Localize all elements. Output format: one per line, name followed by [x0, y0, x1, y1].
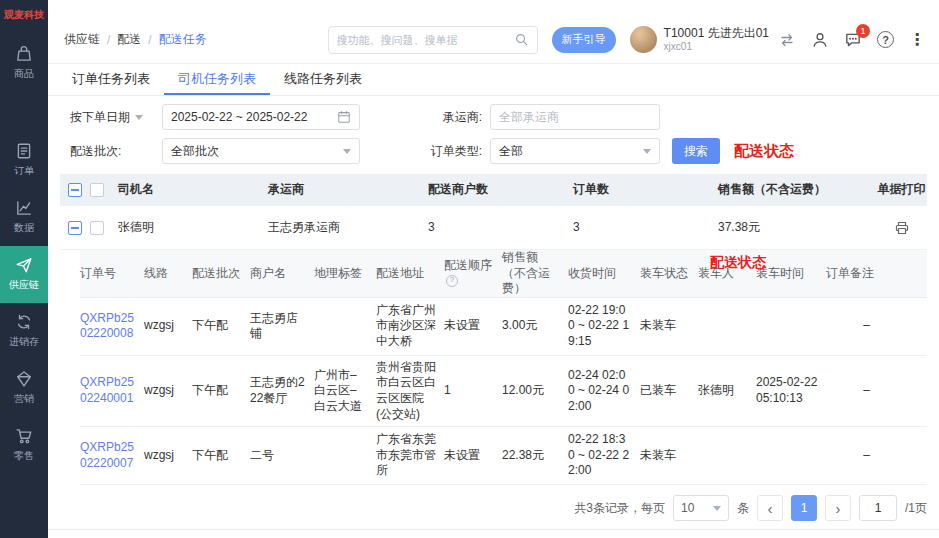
supply-chain-icon [15, 256, 33, 274]
tab-route-task-list[interactable]: 线路任务列表 [270, 64, 376, 95]
merchant-cell: 王志勇的222餐厅 [250, 375, 314, 406]
column-sales: 销售额（不含运费） [502, 250, 568, 297]
goods-bag-icon [15, 45, 33, 63]
detail-table: 配送状态 订单号 线路 配送批次 商户名 地理标签 配送地址 配送顺序 销售额（… [80, 250, 927, 485]
receive-time-cell: 02-22 18:30 ~ 02-22 22:00 [568, 432, 640, 479]
beginner-guide-button[interactable]: 新手引导 [552, 27, 616, 53]
info-icon[interactable] [446, 275, 458, 287]
date-range-input[interactable]: 2025-02-22 ~ 2025-02-22 [162, 104, 360, 130]
retail-cart-icon [15, 427, 33, 445]
global-search-input[interactable] [337, 34, 514, 46]
sidebar-item-goods[interactable]: 商品 [0, 35, 48, 92]
next-page-button[interactable] [825, 495, 851, 521]
search-icon[interactable] [514, 32, 529, 47]
search-button[interactable]: 搜索 [672, 138, 720, 164]
detail-row: QXRPb2502240001 wzgsj 下午配 王志勇的222餐厅 广州市–… [80, 356, 927, 427]
help-icon[interactable] [877, 31, 894, 48]
user-menu[interactable]: T10001 先进先出01 xjxc01 [630, 26, 769, 54]
select-all-checkbox[interactable] [90, 183, 104, 197]
breadcrumb-separator: / [107, 33, 110, 47]
seq-cell: 未设置 [444, 448, 502, 464]
batch-cell: 下午配 [192, 383, 250, 399]
order-type-select[interactable]: 全部 [490, 138, 660, 164]
filter-row-2: 配送批次: 全部批次 订单类型: 全部 搜索 配送状态 [70, 138, 925, 164]
content-bottom-divider [48, 529, 939, 530]
column-sales: 销售额（不含运费） [718, 182, 876, 198]
detail-table-header: 订单号 线路 配送批次 商户名 地理标签 配送地址 配送顺序 销售额（不含运费）… [80, 250, 927, 298]
remark-cell: – [826, 318, 927, 334]
collapse-all-toggle[interactable] [68, 183, 82, 197]
user-switch-icon[interactable] [811, 31, 829, 49]
sidebar-item-retail[interactable]: 零售 [0, 417, 48, 474]
sidebar-item-data[interactable]: 数据 [0, 189, 48, 246]
column-merchant: 商户名 [250, 266, 314, 282]
printer-icon[interactable] [894, 220, 910, 236]
sidebar-item-inventory[interactable]: 进销存 [0, 303, 48, 360]
line-cell: wzgsj [144, 318, 192, 334]
sidebar-item-label: 零售 [14, 449, 34, 463]
record-total-text: 共3条记录，每页 [574, 500, 665, 517]
tab-driver-task-list[interactable]: 司机任务列表 [164, 64, 270, 95]
page-1-button[interactable]: 1 [791, 495, 817, 521]
order-no-link[interactable]: QXRPb2502240001 [80, 375, 144, 406]
carrier-cell: 王志勇承运商 [268, 220, 428, 236]
tab-order-task-list[interactable]: 订单任务列表 [58, 64, 164, 95]
load-status-cell: 未装车 [640, 318, 698, 334]
print-cell [876, 220, 927, 236]
sidebar-item-orders[interactable]: 订单 [0, 132, 48, 189]
address-cell: 广东省广州市南沙区深中大桥 [376, 303, 444, 350]
sidebar: 观麦科技 商品 订单 数据 供应链 进销存 [0, 0, 48, 538]
breadcrumb: 供应链 / 配送 / 配送任务 [64, 31, 207, 48]
prev-page-button[interactable] [757, 495, 783, 521]
unit-text: 条 [737, 500, 749, 517]
sidebar-item-label: 供应链 [9, 278, 39, 292]
page-jump-input[interactable] [859, 495, 897, 521]
line-cell: wzgsj [144, 448, 192, 464]
seq-cell: 1 [444, 383, 502, 399]
order-no-link[interactable]: QXRPb2502220008 [80, 311, 144, 342]
task-tabs: 订单任务列表 司机任务列表 线路任务列表 [48, 64, 939, 96]
breadcrumb-supply-chain[interactable]: 供应链 [64, 31, 100, 48]
filter-row-1: 按下单日期 2025-02-22 ~ 2025-02-22 承运商: [70, 104, 925, 130]
column-order-count: 订单数 [573, 182, 718, 198]
date-type-label: 按下单日期 [70, 109, 130, 126]
loader-cell: 张德明 [698, 383, 756, 399]
message-icon[interactable]: 1 [844, 31, 862, 49]
breadcrumb-delivery[interactable]: 配送 [117, 31, 141, 48]
annotation-delivery-status: 配送状态 [734, 142, 794, 161]
more-icon[interactable] [909, 31, 925, 48]
page-size-select[interactable]: 10 [673, 495, 729, 521]
date-range-value: 2025-02-22 ~ 2025-02-22 [171, 110, 307, 124]
batch-cell: 下午配 [192, 448, 250, 464]
merchant-cell: 王志勇店铺 [250, 311, 314, 342]
data-chart-icon [15, 199, 33, 217]
user-account: xjxc01 [664, 41, 769, 54]
order-no-link[interactable]: QXRPb2502220007 [80, 440, 144, 471]
carrier-input[interactable] [490, 104, 660, 130]
avatar[interactable] [630, 26, 657, 53]
swap-account-icon[interactable] [779, 32, 795, 48]
column-print: 单据打印 [876, 182, 927, 198]
user-info: T10001 先进先出01 xjxc01 [664, 26, 769, 54]
sidebar-item-label: 营销 [14, 392, 34, 406]
remark-cell: – [826, 383, 927, 399]
page-total-text: /1页 [905, 500, 927, 517]
collapse-row-toggle[interactable] [68, 221, 82, 235]
driver-header-select-cell [60, 183, 118, 197]
inventory-cycle-icon [15, 313, 33, 331]
driver-row: 张德明 王志勇承运商 3 3 37.38元 [60, 206, 927, 250]
carrier-label: 承运商: [424, 109, 482, 126]
address-cell: 贵州省贵阳市白云区白云区医院(公交站) [376, 360, 444, 422]
message-badge: 1 [856, 24, 870, 38]
sidebar-item-marketing[interactable]: 营销 [0, 360, 48, 417]
date-type-dropdown[interactable]: 按下单日期 [70, 109, 156, 126]
receive-time-cell: 02-24 02:00 ~ 02-24 02:00 [568, 368, 640, 415]
address-cell: 广东省东莞市东莞市管所 [376, 432, 444, 479]
merchant-count-cell: 3 [428, 220, 573, 236]
column-address: 配送地址 [376, 266, 444, 282]
sidebar-item-label: 数据 [14, 221, 34, 235]
sidebar-item-supply-chain[interactable]: 供应链 [0, 246, 48, 303]
batch-select[interactable]: 全部批次 [162, 138, 360, 164]
row-checkbox[interactable] [90, 221, 104, 235]
remark-cell: – [826, 448, 927, 464]
